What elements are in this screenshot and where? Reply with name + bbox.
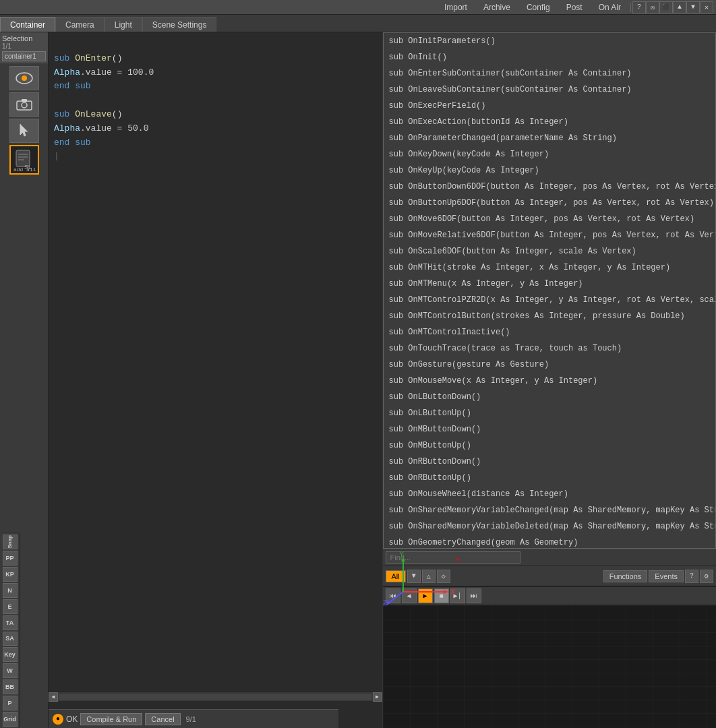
functions-button[interactable]: Functions — [603, 570, 648, 582]
code-content[interactable]: sub OnEnter() Alpha.value = 100.0 end su… — [49, 32, 382, 728]
selection-name[interactable]: container1 — [2, 51, 46, 61]
red-x-marker: ✕ — [456, 555, 460, 564]
svg-text:X: X — [450, 588, 456, 596]
svg-text:Y: Y — [399, 551, 405, 558]
settings-tl-icon[interactable]: ⚙ — [700, 570, 713, 583]
svg-rect-10 — [383, 605, 717, 728]
svg-text:Z: Z — [383, 599, 388, 605]
close-icon[interactable]: ✕ — [700, 1, 713, 13]
autocomplete-item-11[interactable]: sub OnMove6DOF(button As Integer, pos As… — [384, 211, 716, 227]
menu-on-air[interactable]: On Air — [591, 1, 629, 13]
selection-fraction: 1/1 — [2, 42, 46, 50]
svg-rect-4 — [22, 99, 27, 102]
autocomplete-item-14[interactable]: sub OnMTHit(stroke As Integer, x As Inte… — [384, 260, 716, 276]
camera-icon-btn[interactable] — [9, 92, 39, 117]
code-scrollbar: ◀ ▶ — [49, 692, 382, 701]
autocomplete-item-8[interactable]: sub OnKeyUp(keyCode As Integer) — [384, 162, 716, 179]
down-icon[interactable]: ▼ — [686, 1, 700, 13]
p-tool[interactable]: P — [3, 696, 18, 710]
autocomplete-item-12[interactable]: sub OnMoveRelative6DOF(button As Integer… — [384, 227, 716, 243]
events-button[interactable]: Events — [649, 570, 684, 582]
autocomplete-item-29[interactable]: sub OnSharedMemoryVariableChanged(map As… — [384, 502, 716, 518]
autocomplete-item-25[interactable]: sub OnMButtonUp() — [384, 437, 716, 454]
kp-tool[interactable]: KP — [3, 567, 18, 582]
menu-archive[interactable]: Archive — [475, 1, 518, 13]
autocomplete-item-6[interactable]: sub OnParameterChanged(parameterName As … — [384, 130, 716, 146]
autocomplete-item-15[interactable]: sub OnMTMenu(x As Integer, y As Integer) — [384, 276, 716, 292]
autocomplete-item-1[interactable]: sub OnInit() — [384, 49, 716, 65]
eye-icon — [15, 71, 34, 85]
autocomplete-item-16[interactable]: sub OnMTControlPZR2D(x As Integer, y As … — [384, 292, 716, 308]
svg-point-1 — [22, 75, 27, 81]
autocomplete-item-22[interactable]: sub OnLButtonDown() — [384, 389, 716, 405]
mail-icon[interactable]: ✉ — [646, 1, 659, 13]
autocomplete-item-2[interactable]: sub OnEnterSubContainer(subContainer As … — [384, 65, 716, 82]
ta-tool[interactable]: TA — [3, 615, 18, 630]
compile-run-button[interactable]: Compile & Run — [80, 713, 142, 725]
top-menubar: Import Archive Config Post On Air ? ✉ ⬛ … — [0, 0, 716, 15]
separator-1 — [630, 3, 631, 12]
tab-light[interactable]: Light — [105, 17, 142, 32]
autocomplete-item-26[interactable]: sub OnRButtonDown() — [384, 454, 716, 470]
tab-bar: Container Camera Light Scene Settings — [0, 15, 716, 32]
autocomplete-item-0[interactable]: sub OnInitParameters() — [384, 33, 716, 49]
help-tl-icon[interactable]: ? — [685, 570, 698, 583]
ok-label: OK — [66, 715, 78, 724]
script-icon-btn[interactable]: SL add all — [9, 145, 39, 175]
key-tool[interactable]: Key — [3, 647, 18, 662]
pp-tool[interactable]: PP — [3, 551, 18, 566]
snap-tool[interactable]: Snap — [3, 535, 18, 549]
autocomplete-item-9[interactable]: sub OnButtonDown6DOF(button As Integer, … — [384, 179, 716, 195]
box-icon[interactable]: ⬛ — [659, 1, 673, 13]
autocomplete-item-30[interactable]: sub OnSharedMemoryVariableDeleted(map As… — [384, 518, 716, 535]
e-tool[interactable]: E — [3, 599, 18, 614]
autocomplete-item-3[interactable]: sub OnLeaveSubContainer(subContainer As … — [384, 82, 716, 98]
bb-tool[interactable]: BB — [3, 679, 18, 694]
autocomplete-item-21[interactable]: sub OnMouseMove(x As Integer, y As Integ… — [384, 373, 716, 389]
autocomplete-item-17[interactable]: sub OnMTControlButton(strokes As Integer… — [384, 308, 716, 324]
cursor-icon-btn[interactable] — [9, 119, 39, 143]
svg-marker-12 — [444, 590, 448, 594]
scroll-left[interactable]: ◀ — [49, 692, 58, 702]
play-forward-end-button[interactable]: ⏭ — [467, 588, 481, 603]
menu-config[interactable]: Config — [518, 1, 558, 13]
scroll-right[interactable]: ▶ — [373, 692, 382, 702]
w-tool[interactable]: W — [3, 663, 18, 678]
autocomplete-item-10[interactable]: sub OnButtonUp6DOF(button As Integer, po… — [384, 195, 716, 211]
code-editor: sub OnEnter() Alpha.value = 100.0 end su… — [49, 32, 383, 728]
autocomplete-item-5[interactable]: sub OnExecAction(buttonId As Integer) — [384, 114, 716, 130]
ok-bar: ● OK Compile & Run Cancel 9/1 — [49, 709, 338, 728]
grid-tool[interactable]: Grid — [3, 712, 18, 727]
autocomplete-item-31[interactable]: sub OnGeometryChanged(geom As Geometry) — [384, 535, 716, 549]
ok-icon: ● — [53, 714, 63, 725]
autocomplete-item-20[interactable]: sub OnGesture(gesture As Gesture) — [384, 357, 716, 373]
tab-scene-settings[interactable]: Scene Settings — [142, 17, 217, 32]
n-tool[interactable]: N — [3, 583, 18, 598]
tab-camera[interactable]: Camera — [55, 17, 105, 32]
autocomplete-item-28[interactable]: sub OnMouseWheel(distance As Integer) — [384, 486, 716, 502]
camera-icon — [15, 98, 34, 111]
autocomplete-item-4[interactable]: sub OnExecPerField() — [384, 98, 716, 114]
autocomplete-item-18[interactable]: sub OnMTControlInactive() — [384, 324, 716, 340]
scroll-track[interactable] — [59, 694, 371, 700]
autocomplete-item-19[interactable]: sub OnTouchTrace(trace as Trace, touch a… — [384, 340, 716, 357]
autocomplete-item-7[interactable]: sub OnKeyDown(keyCode As Integer) — [384, 146, 716, 162]
xyz-axes: X Y Z — [383, 551, 464, 605]
autocomplete-item-27[interactable]: sub OnRButtonUp() — [384, 470, 716, 486]
up-icon[interactable]: ▲ — [673, 1, 686, 13]
tab-container[interactable]: Container — [0, 17, 55, 32]
autocomplete-item-13[interactable]: sub OnScale6DOF(button As Integer, scale… — [384, 243, 716, 260]
menu-post[interactable]: Post — [558, 1, 591, 13]
cancel-button[interactable]: Cancel — [145, 713, 180, 725]
left-tool-strip: Snap PP KP N E TA SA Key W BB P Grid — [0, 533, 20, 728]
sa-tool[interactable]: SA — [3, 632, 18, 646]
eye-icon-btn[interactable] — [9, 66, 39, 90]
menu-import[interactable]: Import — [436, 1, 475, 13]
autocomplete-item-24[interactable]: sub OnMButtonDown() — [384, 421, 716, 437]
autocomplete-item-23[interactable]: sub OnLButtonUp() — [384, 405, 716, 421]
xyz-area: X Y Z ✕ — [383, 551, 464, 605]
help-icon[interactable]: ? — [632, 1, 646, 13]
autocomplete-dropdown: sub OnInitParameters()sub OnInit()sub On… — [383, 32, 717, 549]
selection-panel: Selection 1/1 container1 — [0, 32, 48, 63]
selection-label: Selection — [2, 34, 46, 42]
